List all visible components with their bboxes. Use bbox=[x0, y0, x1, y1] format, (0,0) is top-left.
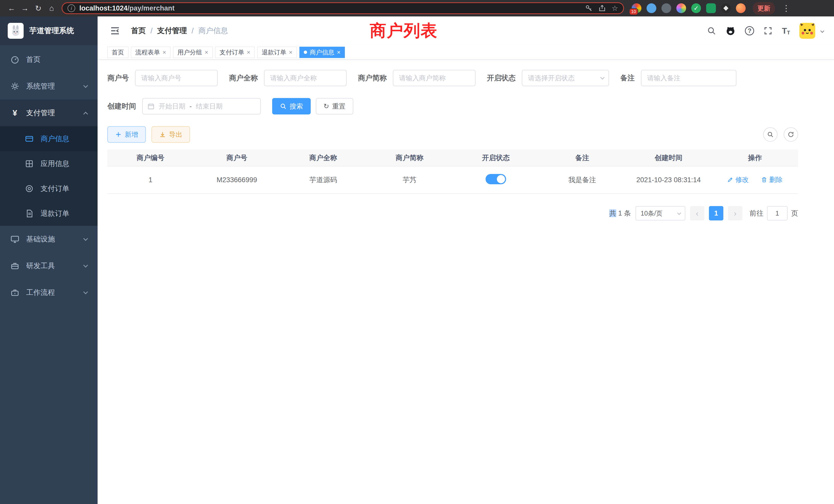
url-bar[interactable]: i localhost:1024/pay/merchant ☆ bbox=[62, 2, 624, 14]
password-key-icon[interactable] bbox=[585, 4, 593, 12]
sidebar-item-home[interactable]: 首页 bbox=[0, 46, 97, 73]
browser-reload-button[interactable]: ↻ bbox=[32, 2, 44, 14]
extension-drop-icon[interactable] bbox=[646, 3, 656, 13]
site-info-icon[interactable]: i bbox=[68, 4, 75, 12]
goto-page-input[interactable] bbox=[767, 206, 788, 221]
sidebar-item-app-info[interactable]: 应用信息 bbox=[0, 151, 97, 176]
extension-colorful-icon[interactable] bbox=[676, 3, 686, 13]
merchant-no-label: 商户号 bbox=[107, 73, 129, 83]
fullscreen-icon[interactable] bbox=[763, 26, 773, 36]
export-button[interactable]: 导出 bbox=[152, 126, 190, 143]
col-full-name: 商户全称 bbox=[280, 150, 367, 166]
browser-menu-icon[interactable]: ⋮ bbox=[780, 3, 792, 13]
tab-label: 用户分组 bbox=[177, 48, 202, 56]
delete-link-label: 删除 bbox=[769, 175, 783, 184]
close-icon[interactable]: × bbox=[289, 49, 292, 55]
sidebar-item-refund-order[interactable]: 退款订单 bbox=[0, 201, 97, 226]
page-1-button[interactable]: 1 bbox=[709, 206, 723, 221]
app-title: 芋道管理系统 bbox=[29, 26, 74, 36]
browser-home-button[interactable]: ⌂ bbox=[46, 2, 58, 14]
col-status: 开启状态 bbox=[453, 150, 539, 166]
close-icon[interactable]: × bbox=[205, 49, 208, 55]
sidebar-item-pay-order[interactable]: 支付订单 bbox=[0, 176, 97, 201]
toggle-search-button[interactable] bbox=[763, 127, 777, 142]
prev-page-button[interactable]: ‹ bbox=[690, 206, 704, 221]
short-name-input[interactable] bbox=[393, 70, 476, 86]
close-icon[interactable]: × bbox=[247, 49, 250, 55]
github-icon[interactable] bbox=[725, 26, 736, 36]
extensions-puzzle-icon[interactable]: 10 bbox=[632, 3, 641, 13]
add-button[interactable]: 新增 bbox=[107, 126, 146, 143]
search-icon bbox=[280, 103, 287, 110]
goto-suffix: 页 bbox=[791, 209, 798, 218]
pagination-total-count: 1 bbox=[618, 209, 622, 217]
tab-refund-order[interactable]: 退款订单 × bbox=[257, 47, 297, 58]
browser-forward-button[interactable]: → bbox=[19, 2, 31, 14]
tab-pay-order[interactable]: 支付订单 × bbox=[215, 47, 255, 58]
url-text: localhost:1024/pay/merchant bbox=[79, 4, 581, 12]
sidebar-item-payment[interactable]: ¥ 支付管理 bbox=[0, 99, 97, 126]
extension-green-square-icon[interactable] bbox=[706, 3, 716, 13]
status-select[interactable] bbox=[522, 70, 609, 86]
col-create-time: 创建时间 bbox=[626, 150, 712, 166]
sidebar-item-infrastructure[interactable]: 基础设施 bbox=[0, 226, 97, 253]
payment-submenu: 商户信息 应用信息 支付订单 bbox=[0, 126, 97, 226]
tab-merchant-info[interactable]: 商户信息 × bbox=[300, 47, 345, 58]
help-icon[interactable]: ? bbox=[745, 26, 754, 36]
table-toolbar: 新增 导出 bbox=[107, 126, 798, 143]
status-switch[interactable] bbox=[486, 174, 506, 184]
url-host: localhost:1024 bbox=[79, 4, 128, 12]
remark-input[interactable] bbox=[641, 70, 737, 86]
create-time-range-picker[interactable]: 开始日期 - 结束日期 bbox=[142, 98, 261, 114]
tags-view: 首页 流程表单 × 用户分组 × 支付订单 × 退款订单 × 商户信息 × bbox=[97, 45, 834, 60]
extension-orange-icon[interactable] bbox=[736, 3, 746, 13]
document-icon bbox=[25, 209, 34, 217]
avatar[interactable] bbox=[799, 23, 815, 39]
pagination: 共 1 条 10条/页 ‹ 1 › 前往 页 bbox=[107, 206, 798, 221]
refresh-table-button[interactable] bbox=[784, 127, 798, 142]
breadcrumb-payment[interactable]: 支付管理 bbox=[157, 26, 187, 36]
browser-update-button[interactable]: 更新 bbox=[753, 2, 775, 15]
app-logo[interactable]: 芋道管理系统 bbox=[0, 17, 97, 45]
col-short-name: 商户简称 bbox=[367, 150, 453, 166]
font-size-icon[interactable]: TT bbox=[782, 26, 790, 36]
close-icon[interactable]: × bbox=[337, 49, 341, 55]
sidebar-item-label: 基础设施 bbox=[26, 234, 55, 244]
share-icon[interactable] bbox=[598, 4, 606, 12]
search-button[interactable]: 搜索 bbox=[272, 98, 311, 114]
avatar-caret-icon[interactable] bbox=[820, 29, 825, 33]
add-button-label: 新增 bbox=[125, 130, 138, 139]
tab-label: 支付订单 bbox=[220, 48, 244, 56]
pagination-total: 共 1 条 bbox=[609, 209, 631, 218]
breadcrumb-home[interactable]: 首页 bbox=[131, 26, 146, 36]
browser-back-button[interactable]: ← bbox=[6, 2, 18, 14]
sidebar-toggle-icon[interactable] bbox=[110, 26, 120, 36]
refresh-icon: ↻ bbox=[324, 102, 329, 110]
bookmark-star-icon[interactable]: ☆ bbox=[612, 4, 618, 13]
sidebar-item-dev-tools[interactable]: 研发工具 bbox=[0, 253, 97, 279]
page-size-select[interactable]: 10条/页 bbox=[636, 206, 685, 221]
next-page-button[interactable]: › bbox=[728, 206, 742, 221]
extension-gray-icon[interactable] bbox=[661, 3, 671, 13]
tab-process-form[interactable]: 流程表单 × bbox=[131, 47, 171, 58]
tab-user-group[interactable]: 用户分组 × bbox=[173, 47, 213, 58]
sidebar-item-system[interactable]: 系统管理 bbox=[0, 73, 97, 99]
sidebar-item-workflow[interactable]: 工作流程 bbox=[0, 279, 97, 306]
sidebar-item-label: 应用信息 bbox=[41, 159, 69, 168]
chevron-down-icon bbox=[83, 263, 88, 268]
extension-check-icon[interactable]: ✓ bbox=[691, 3, 701, 13]
font-size-large: T bbox=[782, 26, 787, 36]
chevron-down-icon bbox=[83, 83, 88, 88]
grid-icon bbox=[25, 160, 34, 168]
reset-button[interactable]: ↻ 重置 bbox=[316, 98, 353, 114]
edit-link[interactable]: 修改 bbox=[727, 175, 749, 184]
sidebar-item-merchant-info[interactable]: 商户信息 bbox=[0, 126, 97, 151]
merchant-no-input[interactable] bbox=[135, 70, 218, 86]
full-name-input[interactable] bbox=[264, 70, 347, 86]
delete-link[interactable]: 删除 bbox=[761, 175, 783, 184]
tab-label: 流程表单 bbox=[135, 48, 160, 56]
close-icon[interactable]: × bbox=[162, 49, 166, 55]
extension-black-icon[interactable] bbox=[721, 3, 731, 13]
tab-home[interactable]: 首页 bbox=[107, 47, 128, 58]
search-icon[interactable] bbox=[707, 26, 716, 36]
